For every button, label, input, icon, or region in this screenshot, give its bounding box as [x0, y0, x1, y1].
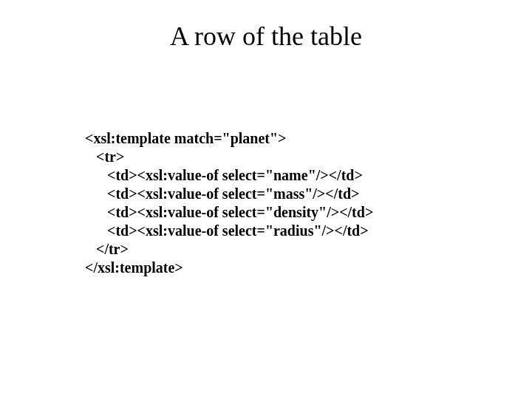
code-line: <tr> [85, 149, 124, 165]
code-line: </tr> [85, 241, 129, 257]
code-block: <xsl:template match="planet"> <tr> <td><… [85, 111, 373, 296]
code-line: <td><xsl:value-of select="mass"/></td> [85, 185, 359, 202]
code-line: <xsl:template match="planet"> [85, 130, 286, 146]
code-line: <td><xsl:value-of select="name"/></td> [85, 167, 363, 183]
code-line: </xsl:template> [85, 259, 183, 276]
slide: A row of the table <xsl:template match="… [0, 0, 532, 399]
code-line: <td><xsl:value-of select="density"/></td… [85, 204, 373, 220]
code-line: <td><xsl:value-of select="radius"/></td> [85, 222, 369, 239]
slide-title: A row of the table [0, 21, 532, 52]
